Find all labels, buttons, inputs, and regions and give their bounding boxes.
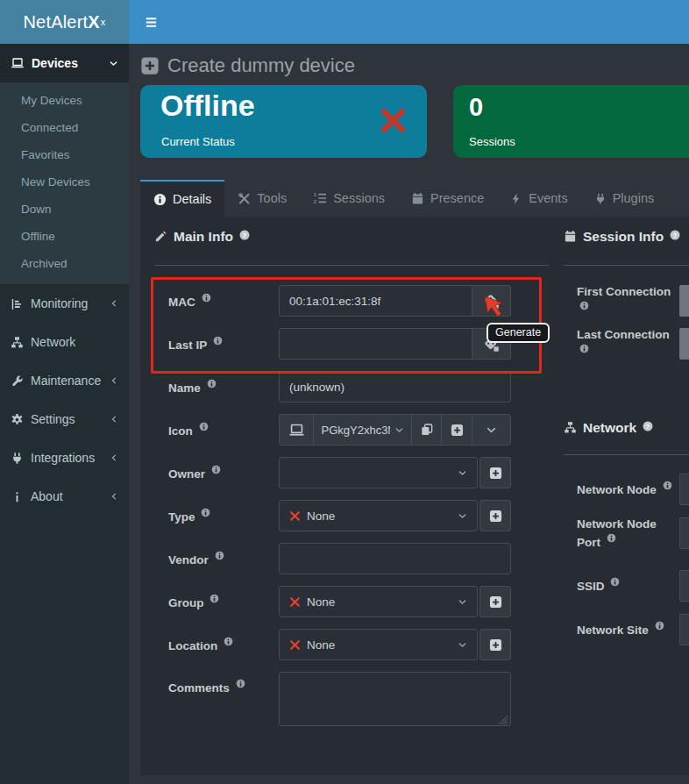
plus-square-icon — [489, 467, 502, 480]
sidebar-item-settings[interactable]: Settings — [0, 400, 129, 438]
form-row-owner: Owner — [140, 457, 543, 488]
details-panel: Main Info MAC Last — [140, 217, 689, 775]
group-select[interactable]: None — [279, 586, 478, 617]
info-circle-icon — [201, 508, 210, 517]
sidebar-item-connected[interactable]: Connected — [0, 114, 129, 141]
chevron-left-icon — [110, 299, 118, 308]
comments-textarea[interactable] — [279, 672, 511, 726]
plus-square-icon — [489, 595, 502, 609]
tools-icon — [238, 192, 251, 205]
bolt-icon — [510, 192, 522, 205]
first-connection-input[interactable] — [679, 285, 689, 317]
icon-dropdown-button[interactable] — [472, 415, 509, 445]
laptop-icon — [288, 422, 305, 438]
help-icon[interactable] — [239, 230, 250, 240]
sidebar-item-maintenance[interactable]: Maintenance — [0, 361, 129, 400]
sidebar-item-down[interactable]: Down — [0, 196, 129, 223]
info-circle-icon — [199, 422, 209, 431]
info-circle-icon — [655, 621, 664, 631]
chevron-left-icon — [110, 492, 118, 501]
chart-icon — [11, 297, 24, 310]
sidebar-item-archived[interactable]: Archived — [0, 250, 129, 277]
type-select[interactable]: None — [279, 500, 478, 531]
brand-logo[interactable]: NetAlertXx — [0, 0, 129, 44]
sessions-card[interactable]: 0 Sessions — [453, 85, 689, 158]
pencil-icon — [154, 230, 167, 243]
network-site-label: Network Site — [577, 621, 680, 639]
location-select[interactable]: None — [279, 629, 478, 660]
sidebar-item-network[interactable]: Network — [0, 323, 129, 361]
info-circle-icon — [207, 379, 217, 388]
last-ip-input[interactable] — [279, 328, 472, 360]
add-type-button[interactable] — [479, 500, 511, 531]
tab-sessions[interactable]: Sessions — [300, 180, 398, 217]
devices-submenu: My Devices Connected Favorites New Devic… — [0, 82, 129, 284]
form-row-group: Group None — [140, 586, 543, 617]
plus-square-icon — [489, 638, 502, 652]
plus-square-icon — [451, 424, 464, 437]
add-icon-button[interactable] — [442, 415, 472, 445]
vendor-input[interactable] — [279, 543, 511, 574]
icon-select[interactable]: PGkgY2xhc3M — [314, 415, 412, 445]
owner-select[interactable] — [279, 457, 478, 488]
info-icon — [11, 490, 24, 503]
resize-grip-icon[interactable] — [497, 714, 508, 725]
sidebar-item-label: Devices — [32, 56, 78, 70]
form-row-network-node-port: Network Node Port — [564, 517, 689, 549]
help-icon[interactable] — [670, 230, 680, 240]
name-input[interactable] — [279, 371, 511, 403]
network-node-port-label: Network Node Port — [577, 516, 680, 551]
vendor-label: Vendor — [168, 551, 279, 567]
form-row-last-connection: Last Connection — [564, 328, 689, 360]
sessions-label: Sessions — [469, 135, 515, 148]
copy-icon-button[interactable] — [412, 415, 442, 445]
copy-icon — [420, 423, 434, 437]
tab-tools[interactable]: Tools — [224, 180, 300, 217]
network-node-input[interactable] — [679, 474, 689, 505]
group-label: Group — [168, 594, 279, 609]
sidebar: Devices My Devices Connected Favorites N… — [0, 44, 129, 784]
chevron-left-icon — [110, 453, 118, 462]
ssid-input[interactable] — [679, 570, 689, 602]
tab-events[interactable]: Events — [497, 180, 580, 217]
tab-plugins[interactable]: Plugins — [581, 180, 668, 217]
mac-input[interactable] — [279, 285, 472, 317]
form-row-location: Location None — [140, 629, 543, 660]
chevron-down-icon — [458, 640, 467, 650]
content-area: Create dummy device Offline Current Stat… — [129, 44, 689, 784]
add-location-button[interactable] — [479, 629, 511, 660]
form-row-network-site: Network Site — [564, 614, 689, 645]
sidebar-item-integrations[interactable]: Integrations — [0, 438, 129, 477]
hamburger-menu-icon[interactable] — [144, 15, 159, 30]
plug-icon — [11, 452, 24, 465]
chevron-down-icon — [109, 59, 118, 68]
sidebar-item-monitoring[interactable]: Monitoring — [0, 284, 129, 323]
status-value: Offline — [160, 89, 255, 123]
sidebar-item-my-devices[interactable]: My Devices — [0, 87, 129, 114]
network-site-input[interactable] — [679, 614, 689, 645]
sidebar-item-offline[interactable]: Offline — [0, 223, 129, 250]
form-row-type: Type None — [140, 500, 543, 531]
owner-label: Owner — [168, 465, 279, 481]
add-owner-button[interactable] — [479, 457, 511, 488]
sidebar-item-new-devices[interactable]: New Devices — [0, 168, 129, 196]
brand-sup: x — [101, 17, 106, 27]
network-node-port-input[interactable] — [679, 517, 689, 549]
chevron-down-icon — [458, 468, 467, 478]
icon-preview — [280, 415, 314, 445]
current-status-card[interactable]: Offline Current Status — [140, 85, 427, 158]
chevron-left-icon — [110, 415, 118, 424]
form-row-network-node: Network Node — [564, 474, 689, 505]
last-connection-input[interactable] — [679, 328, 689, 360]
sidebar-item-favorites[interactable]: Favorites — [0, 141, 129, 168]
device-tabs: Details Tools Sessions Presence Events P… — [140, 180, 689, 217]
sidebar-item-devices[interactable]: Devices — [0, 44, 129, 82]
add-group-button[interactable] — [479, 586, 511, 617]
name-label: Name — [168, 379, 279, 395]
tab-presence[interactable]: Presence — [398, 180, 497, 217]
tab-details[interactable]: Details — [140, 180, 224, 217]
network-node-label: Network Node — [577, 481, 680, 499]
status-label: Current Status — [161, 135, 235, 148]
help-icon[interactable] — [643, 421, 653, 431]
sidebar-item-about[interactable]: About — [0, 477, 129, 516]
